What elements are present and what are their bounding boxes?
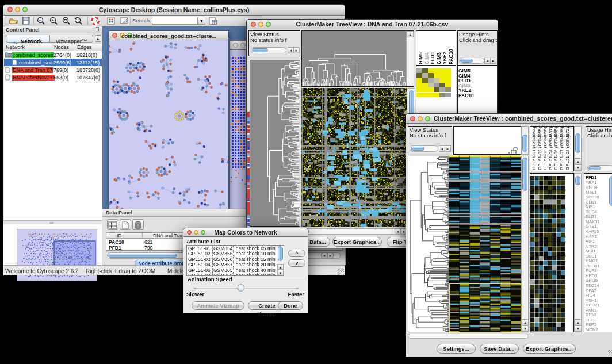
tv2-heatmap[interactable] (449, 156, 521, 332)
scrollbar-thumb[interactable] (609, 176, 612, 206)
tv2-column-dendrogram[interactable] (453, 126, 521, 155)
close-button[interactable] (233, 43, 238, 48)
scroll-down-icon[interactable]: ▼ (575, 164, 582, 171)
tv2-usage-hints: Usage Hints Click and drag to (586, 126, 612, 173)
tv1-export-graphics-button[interactable]: Export Graphics... (332, 237, 382, 247)
tv2-global-heatmap[interactable] (530, 176, 565, 332)
tv2-labels-vscrollbar[interactable]: ▲ ▼ (574, 126, 582, 171)
resize-grip[interactable] (338, 269, 344, 275)
summary-cell (439, 87, 445, 92)
scroll-right-icon[interactable]: ► (445, 145, 451, 152)
list-vscrollbar[interactable]: ▲ ▼ (277, 246, 284, 275)
tv2-heatmap-vscrollbar[interactable]: ▲ ▼ (521, 156, 529, 332)
summary-cell (416, 83, 422, 87)
col-nodes[interactable]: Nodes (52, 44, 69, 50)
move-down-button[interactable]: v (288, 259, 305, 267)
annotation-icon[interactable] (120, 17, 128, 27)
scroll-left-icon[interactable]: ◄ (395, 228, 401, 235)
plugin-manager-icon[interactable] (107, 17, 115, 27)
tab-vizmapper[interactable]: VizMapper™ (49, 35, 93, 43)
tv2-status-hscrollbar[interactable] (410, 145, 438, 152)
scrollbar-thumb[interactable] (522, 158, 527, 191)
tv1-summary-label: PAC10 (458, 93, 496, 98)
scroll-down-icon[interactable]: ▼ (575, 325, 582, 332)
scroll-up-icon[interactable]: ▲ (575, 319, 582, 325)
tv2-global-vscrollbar[interactable]: ▲ ▼ (574, 173, 582, 332)
scrollbar-thumb[interactable] (108, 254, 177, 258)
tv1-coltree-vscrollbar[interactable]: ▲ (406, 31, 414, 86)
move-up-button[interactable]: ^ (288, 250, 305, 257)
scrollbar-thumb[interactable] (252, 48, 268, 52)
float-panel-icon[interactable] (94, 27, 99, 32)
network-row[interactable]: DNA and Tran 07769(0)183728(0) (4, 66, 102, 74)
delete-attribute-button[interactable] (132, 219, 144, 230)
scrollbar-thumb[interactable] (575, 133, 580, 153)
tv2-coltree-vscrollbar[interactable] (521, 126, 529, 155)
summary-cell (434, 93, 439, 97)
scrollbar-thumb[interactable] (575, 176, 580, 185)
dp-col-id[interactable]: ID (117, 233, 122, 239)
tv2-row-dendrogram[interactable] (408, 156, 449, 332)
scrollbar-thumb[interactable] (411, 147, 424, 151)
tv1-titlebar[interactable]: ClusterMaker TreeView : DNA and Tran 07-… (247, 20, 498, 29)
col-network[interactable]: Network (6, 44, 25, 50)
scroll-up-icon[interactable]: ▲ (575, 158, 582, 164)
slider-thumb[interactable] (238, 284, 244, 292)
scroll-right-icon[interactable]: ► (293, 47, 300, 53)
tv1-status-hscrollbar[interactable] (251, 47, 286, 53)
dialog-titlebar[interactable]: Map Colors to Network (183, 228, 308, 237)
new-attribute-button[interactable] (120, 219, 131, 230)
scroll-up-icon[interactable]: ▲ (277, 264, 284, 270)
tv2-hscrollbar[interactable] (408, 334, 529, 339)
tv1-summary-heatmap[interactable] (416, 68, 451, 97)
done-button[interactable]: Done (278, 301, 303, 310)
tv1-row-dendrogram[interactable] (250, 60, 300, 227)
col-edges[interactable]: Edges (75, 44, 92, 50)
tv2-save-data-button[interactable]: Save Data... (480, 344, 519, 354)
main-titlebar[interactable]: Cytoscape Desktop (Session Name: collins… (3, 5, 345, 16)
scroll-down-icon[interactable]: ▼ (277, 270, 284, 275)
network-row[interactable]: combined_scores2764(0)16218(0) (4, 51, 102, 59)
scroll-left-icon[interactable]: ◄ (321, 252, 327, 259)
scrollbar-thumb[interactable] (522, 135, 527, 152)
network-row[interactable]: RNAPuberNov2+I563(0)107847(0) (4, 74, 102, 81)
network-canvas[interactable] (109, 40, 228, 210)
scroll-up-icon[interactable]: ▲ (407, 31, 414, 37)
tv1-column-label: YKE2 (442, 31, 447, 64)
scroll-right-icon[interactable]: ► (490, 58, 496, 64)
search-input[interactable] (152, 17, 198, 25)
tv1-column-dendrogram[interactable]: ▲ (301, 30, 414, 87)
scrollbar-thumb[interactable] (460, 59, 473, 63)
scroll-down-icon[interactable]: ▼ (522, 325, 529, 332)
animate-vizmap-button[interactable]: Animate Vizmap (192, 301, 244, 310)
tab-network[interactable]: Network (6, 35, 49, 43)
panel-splitter[interactable] (3, 220, 102, 224)
scrollbar-thumb[interactable] (278, 246, 283, 261)
attribute-list[interactable]: GPL51-01 (GSM854) heat shock 05 minGPL51… (186, 245, 284, 276)
search-dropdown-icon[interactable]: ▼ (198, 17, 205, 25)
tv1-heatmap[interactable] (301, 88, 415, 227)
tv2-titlebar[interactable]: ClusterMaker TreeView : combined_scores_… (406, 114, 612, 124)
scrollbar-thumb[interactable] (588, 166, 601, 170)
summary-cell (416, 68, 422, 73)
tv2-hints-hscrollbar[interactable] (587, 165, 612, 171)
save-icon[interactable] (22, 17, 30, 27)
network-row[interactable]: combined_sco2569(6)13112(15) (4, 59, 102, 66)
tv2-settings-button[interactable]: Settings... (437, 344, 476, 354)
network-view-window[interactable]: combined_scores_good.txt--cluste... (109, 30, 229, 210)
import-table-icon[interactable] (209, 17, 217, 27)
tv2-export-graphics-button[interactable]: Export Graphics... (523, 344, 576, 354)
summary-cell (445, 73, 451, 78)
scroll-right-icon[interactable]: ► (327, 252, 334, 259)
speed-slider[interactable] (194, 288, 299, 289)
tab-overflow-button[interactable]: ► (95, 35, 101, 42)
view-status-text: No status info f (250, 37, 286, 44)
summary-cell (416, 87, 422, 92)
attribute-table-button[interactable] (107, 219, 118, 230)
resize-grip[interactable] (608, 350, 612, 356)
open-folder-icon[interactable] (9, 17, 18, 27)
minimize-button[interactable] (240, 43, 246, 48)
scroll-up-icon[interactable]: ▲ (522, 319, 529, 325)
tv2-column-label: GPL51-04 (GSM857) (548, 127, 553, 170)
tv1-hints-hscrollbar[interactable] (459, 58, 484, 64)
